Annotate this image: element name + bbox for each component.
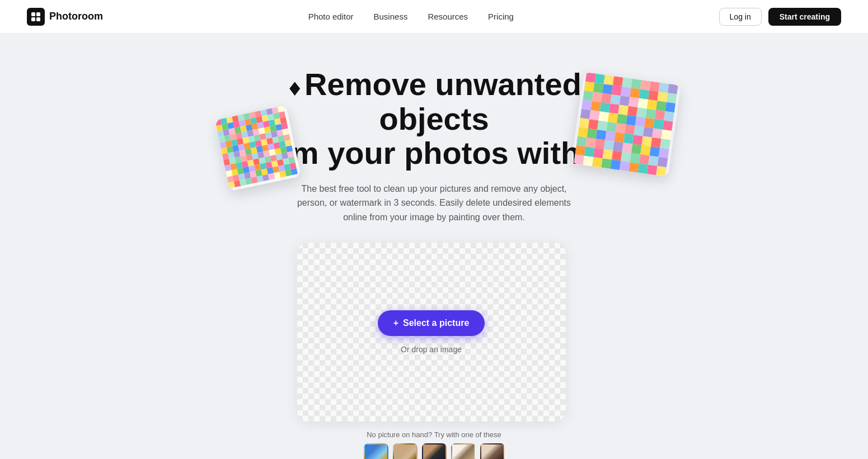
svg-rect-191: [589, 110, 600, 121]
svg-rect-233: [602, 149, 613, 160]
svg-rect-177: [646, 100, 657, 110]
logo[interactable]: Photoroom: [27, 8, 103, 26]
svg-rect-187: [645, 108, 656, 119]
svg-rect-193: [607, 113, 618, 124]
svg-rect-228: [649, 146, 660, 157]
upload-button-label: Select a picture: [403, 318, 469, 328]
sample-thumb-car[interactable]: [364, 443, 388, 459]
svg-rect-151: [594, 74, 605, 84]
svg-rect-224: [613, 141, 623, 152]
svg-rect-168: [657, 92, 668, 102]
upload-container: + Select a picture Or drop an image: [297, 243, 571, 422]
svg-rect-152: [603, 75, 614, 86]
start-creating-button[interactable]: Start creating: [768, 8, 841, 26]
svg-rect-239: [657, 157, 668, 168]
hero-subtitle: The best free tool to clean up your pict…: [289, 182, 580, 225]
svg-rect-166: [639, 89, 649, 100]
svg-rect-181: [590, 101, 601, 112]
nav-photo-editor[interactable]: Photo editor: [308, 12, 354, 21]
svg-rect-185: [627, 106, 637, 117]
svg-rect-203: [606, 122, 617, 133]
svg-rect-206: [634, 126, 644, 136]
drop-label: Or drop an image: [401, 345, 462, 354]
svg-rect-183: [609, 103, 620, 114]
svg-rect-207: [642, 127, 653, 138]
svg-rect-211: [587, 129, 597, 139]
svg-rect-169: [666, 93, 677, 103]
svg-rect-248: [647, 165, 658, 176]
svg-rect-246: [628, 162, 639, 173]
hero-title: ⬧Remove unwanted objects from your photo…: [238, 67, 630, 171]
svg-rect-249: [656, 166, 667, 177]
svg-rect-180: [581, 100, 592, 110]
sample-thumb-object[interactable]: [451, 443, 476, 459]
svg-rect-242: [592, 157, 603, 168]
samples-label: No picture on hand? Try with one of thes…: [367, 430, 501, 439]
svg-rect-161: [593, 83, 604, 93]
svg-rect-170: [583, 91, 593, 101]
svg-rect-210: [578, 127, 588, 138]
svg-rect-173: [610, 94, 621, 105]
sample-thumb-person[interactable]: [422, 443, 447, 459]
plus-icon: +: [393, 318, 398, 328]
login-button[interactable]: Log in: [719, 8, 762, 26]
svg-rect-194: [617, 114, 627, 125]
svg-rect-176: [637, 98, 648, 109]
svg-rect-231: [584, 146, 594, 157]
svg-rect-160: [584, 82, 594, 92]
svg-rect-0: [31, 12, 35, 16]
svg-rect-202: [597, 121, 608, 131]
svg-rect-154: [622, 78, 632, 88]
svg-rect-189: [664, 111, 674, 122]
svg-rect-188: [654, 110, 665, 121]
svg-rect-163: [611, 86, 622, 96]
nav-resources[interactable]: Resources: [428, 12, 468, 21]
svg-rect-165: [630, 88, 640, 98]
nav-pricing[interactable]: Pricing: [488, 12, 514, 21]
svg-rect-222: [594, 139, 605, 149]
svg-rect-221: [585, 138, 596, 148]
svg-rect-223: [603, 140, 614, 151]
svg-rect-237: [639, 154, 649, 165]
svg-rect-175: [628, 97, 639, 107]
svg-rect-156: [640, 80, 651, 91]
svg-rect-236: [630, 153, 640, 164]
svg-rect-195: [626, 115, 636, 126]
deco-left: [214, 105, 301, 191]
upload-drop-area[interactable]: + Select a picture Or drop an image: [297, 243, 566, 422]
sample-thumb-portrait[interactable]: [480, 443, 505, 459]
nav-business[interactable]: Business: [374, 12, 408, 21]
svg-rect-153: [613, 76, 623, 87]
title-line1: Remove unwanted objects: [304, 67, 581, 136]
hero-section: ⬧Remove unwanted objects from your photo…: [0, 34, 868, 459]
select-picture-button[interactable]: + Select a picture: [378, 310, 485, 336]
nav-actions: Log in Start creating: [719, 8, 841, 26]
svg-rect-232: [593, 148, 604, 159]
title-icon: ⬧: [287, 72, 302, 101]
svg-rect-243: [601, 158, 612, 169]
svg-rect-186: [636, 107, 647, 118]
svg-rect-219: [660, 139, 670, 149]
svg-rect-227: [640, 145, 651, 156]
svg-rect-3: [36, 17, 40, 21]
svg-rect-220: [576, 136, 587, 147]
svg-rect-208: [652, 128, 663, 139]
svg-rect-215: [623, 134, 634, 144]
svg-rect-5: [214, 119, 221, 126]
title-line2: from your photos with AI: [249, 135, 619, 171]
svg-rect-212: [595, 130, 606, 140]
svg-rect-171: [592, 92, 602, 102]
svg-rect-174: [619, 96, 630, 106]
svg-rect-240: [574, 154, 584, 165]
svg-rect-184: [618, 105, 628, 116]
svg-rect-197: [644, 118, 655, 129]
sample-thumb-texture[interactable]: [393, 443, 417, 459]
svg-rect-199: [662, 120, 673, 131]
svg-rect-200: [579, 118, 589, 129]
svg-rect-225: [622, 143, 632, 153]
logo-icon: [27, 8, 45, 26]
svg-rect-238: [648, 155, 659, 166]
svg-rect-159: [668, 84, 678, 94]
svg-rect-247: [637, 163, 648, 174]
svg-rect-164: [621, 87, 631, 97]
